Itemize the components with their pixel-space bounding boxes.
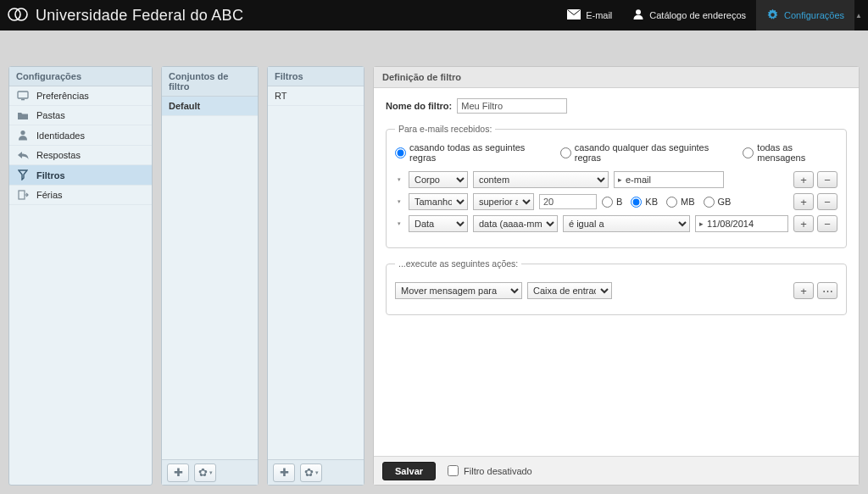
unit-gb-radio[interactable]: GB xyxy=(704,197,732,208)
logo-icon xyxy=(7,5,29,25)
settings-item-preferences[interactable]: Preferências xyxy=(9,86,152,106)
unit-label: B xyxy=(616,197,622,207)
settings-item-vacation[interactable]: Férias xyxy=(9,186,152,205)
chevron-down-icon[interactable]: ▾ xyxy=(395,198,403,205)
rule-operator-select[interactable]: superior a xyxy=(473,193,534,210)
unit-mb-radio[interactable]: MB xyxy=(666,197,695,208)
brand-title: Universidade Federal do ABC xyxy=(36,7,243,25)
rule-remove-button[interactable]: − xyxy=(817,171,837,188)
settings-item-filters[interactable]: Filtros xyxy=(9,165,152,186)
identity-icon xyxy=(16,130,30,141)
settings-item-label: Pastas xyxy=(36,110,65,120)
action-target-select[interactable]: Caixa de entrada xyxy=(527,282,612,299)
monitor-icon xyxy=(16,91,30,101)
topnav-contacts[interactable]: Catálogo de endereços xyxy=(622,0,756,31)
svg-point-1 xyxy=(15,8,27,20)
add-filter-set-button[interactable]: ✚ xyxy=(167,463,189,482)
rule-add-button[interactable]: + xyxy=(793,215,814,232)
reply-icon xyxy=(16,151,30,160)
tag-icon: ▸ xyxy=(618,175,622,184)
filter-sets-body: Default xyxy=(162,97,258,459)
match-mode-row: casando todas as seguintes regras casand… xyxy=(395,142,837,163)
rule-size-input[interactable] xyxy=(539,194,597,209)
settings-panel-title: Configurações xyxy=(9,67,152,86)
svg-point-3 xyxy=(636,9,641,14)
match-all-radio[interactable]: casando todas as seguintes regras xyxy=(395,142,545,163)
plus-icon: + xyxy=(800,175,807,186)
rule-field-select[interactable]: Data xyxy=(409,215,468,232)
action-more-button[interactable]: ⋯ xyxy=(817,282,837,299)
unit-kb-radio[interactable]: KB xyxy=(631,197,658,208)
settings-panel-body: Preferências Pastas Identidades Resposta… xyxy=(9,86,152,485)
minus-icon: − xyxy=(824,219,831,230)
chevron-down-icon[interactable]: ▾ xyxy=(395,220,403,227)
save-button[interactable]: Salvar xyxy=(382,462,436,480)
filters-list-footer: ✚ ✿▾ xyxy=(268,459,364,485)
match-every-radio[interactable]: todas as mensagens xyxy=(743,142,837,163)
mail-icon xyxy=(567,9,581,21)
rule-operator-select[interactable]: contem xyxy=(473,171,609,188)
actions-legend: ...execute as seguintes ações: xyxy=(395,258,521,269)
rules-legend: Para e-mails recebidos: xyxy=(395,124,495,134)
topnav-email[interactable]: E-mail xyxy=(557,0,622,31)
unit-label: MB xyxy=(681,197,695,207)
filter-definition-footer: Salvar Filtro desativado xyxy=(374,456,859,485)
svg-point-8 xyxy=(20,130,25,135)
unit-b-radio[interactable]: B xyxy=(602,197,622,208)
exit-icon xyxy=(16,190,30,200)
person-icon xyxy=(632,8,644,22)
action-add-button[interactable]: + xyxy=(793,282,814,299)
rule-date-format-select[interactable]: data (aaaa-mm-dd) xyxy=(473,215,558,232)
rule-value-input[interactable]: ▸ e-mail xyxy=(614,171,724,188)
filters-list-panel: Filtros RT ✚ ✿▾ xyxy=(267,66,364,486)
rule-field-select[interactable]: Tamanho xyxy=(409,193,468,210)
filter-name-label: Nome do filtro: xyxy=(386,101,452,111)
filter-definition-title: Definição de filtro xyxy=(374,67,859,88)
plus-icon: + xyxy=(800,286,807,297)
rule-operator-select[interactable]: é igual a xyxy=(563,215,690,232)
gear-icon: ✿ xyxy=(198,466,208,479)
topnav-email-label: E-mail xyxy=(586,10,612,20)
settings-item-responses[interactable]: Respostas xyxy=(9,146,152,165)
action-select[interactable]: Mover mensagem para xyxy=(395,282,522,299)
filter-set-item[interactable]: Default xyxy=(162,97,258,116)
settings-item-label: Férias xyxy=(36,190,63,200)
rule-value-label: e-mail xyxy=(626,175,651,185)
rule-remove-button[interactable]: − xyxy=(817,193,837,210)
settings-item-folders[interactable]: Pastas xyxy=(9,106,152,125)
filter-item[interactable]: RT xyxy=(268,86,364,106)
rules-fieldset: Para e-mails recebidos: casando todas as… xyxy=(386,124,847,248)
filter-sets-title: Conjuntos de filtro xyxy=(162,67,258,97)
topnav-more-caret[interactable]: ▲ xyxy=(854,12,863,19)
rule-field-select[interactable]: Corpo xyxy=(409,171,468,188)
unit-label: KB xyxy=(645,197,658,207)
rule-add-button[interactable]: + xyxy=(793,193,814,210)
filter-disabled-checkbox[interactable]: Filtro desativado xyxy=(448,465,532,476)
minus-icon: − xyxy=(824,175,831,186)
filter-icon xyxy=(16,169,30,180)
actions-fieldset: ...execute as seguintes ações: Mover men… xyxy=(386,258,847,315)
add-filter-button[interactable]: ✚ xyxy=(273,463,295,482)
chevron-down-icon[interactable]: ▾ xyxy=(395,176,403,183)
rule-date-input[interactable]: ▸ 11/08/2014 xyxy=(695,215,788,232)
filter-gear-button[interactable]: ✿▾ xyxy=(300,463,322,482)
filter-set-gear-button[interactable]: ✿▾ xyxy=(194,463,216,482)
minus-icon: − xyxy=(824,197,831,208)
rule-remove-button[interactable]: − xyxy=(817,215,837,232)
chevron-down-icon: ▾ xyxy=(209,469,213,476)
rule-add-button[interactable]: + xyxy=(793,171,814,188)
filter-name-input[interactable] xyxy=(457,98,567,114)
settings-item-identities[interactable]: Identidades xyxy=(9,125,152,146)
svg-point-5 xyxy=(771,13,774,16)
topnav-settings[interactable]: Configurações xyxy=(756,0,854,31)
folder-icon xyxy=(16,111,30,120)
match-any-radio[interactable]: casando qualquer das seguintes regras xyxy=(560,142,728,163)
filter-item-label: RT xyxy=(275,91,287,101)
settings-item-label: Respostas xyxy=(36,150,81,160)
plus-icon: ✚ xyxy=(174,466,183,479)
rule-row: ▾ Data data (aaaa-mm-dd) é igual a ▸ 11/… xyxy=(395,215,837,232)
tag-icon: ▸ xyxy=(699,219,704,228)
settings-item-label: Preferências xyxy=(36,91,89,101)
rule-row: ▾ Tamanho superior a B KB MB GB + − xyxy=(395,193,837,210)
svg-rect-9 xyxy=(19,191,25,199)
